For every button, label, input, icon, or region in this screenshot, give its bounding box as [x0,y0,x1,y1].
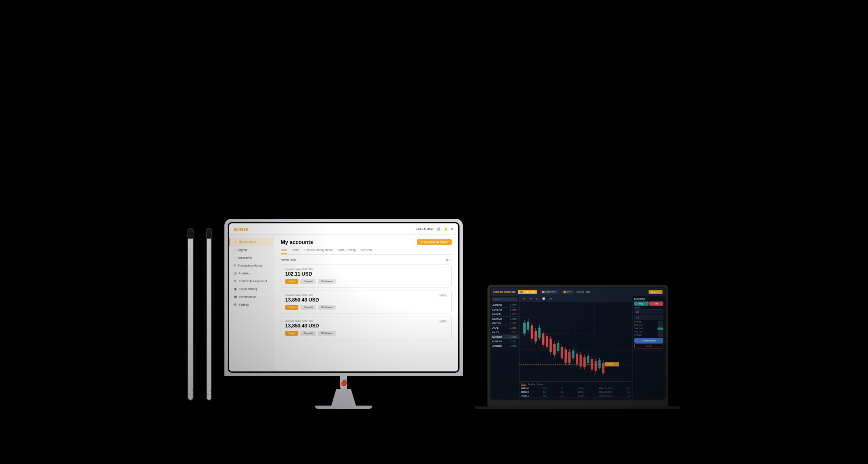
order-date: 30 Nov 00:00:24 [599,391,612,393]
tab-history-orders[interactable]: History [537,383,544,386]
timeframe-4h[interactable]: 4H [528,297,533,300]
trading-terminal: exness Terminal EUR/USD GBP/JPY [491,288,665,399]
logo-text: exness [234,227,248,232]
sidebar-deposit[interactable]: ↓ Deposit [229,246,274,254]
pending-toggle[interactable] [658,321,663,324]
trade-button[interactable]: Trade [285,305,298,310]
open-account-button[interactable]: Open New Account [417,239,452,245]
filter-label[interactable]: Newest first [281,258,296,261]
chart-type-candle[interactable]: 📊 [541,297,546,300]
instrument-aapl[interactable]: AAPL 1.23851 [491,326,519,330]
order-date: 30 Nov 00:00:24 [599,395,612,397]
instrument-eurusd[interactable]: EURUSD 1.23851 [491,335,519,339]
deposit-button[interactable]: Deposit [300,305,316,310]
macbook-foot [475,406,681,409]
inst-bid: 1.23851 [510,309,517,311]
instrument-nzdaud[interactable]: NZDAUD 1.23851 [491,317,519,321]
account-card-1: Account name #3304678 102.11 USD Trade D… [281,264,452,288]
tab-pending-orders[interactable]: Pending [528,383,535,386]
phone1-portfolio: 9:41 ▮▮▮ ▲ ▮ Portfolio 50,751.67 USD ⓘ A… [187,228,194,401]
deviation-toggle[interactable] [658,334,663,337]
trade-eurusd[interactable]: € EUR/USD TP SL Sell 0.01 lot at 1.06553… [207,314,211,329]
trade-xau[interactable]: Au XAU TP SL Sell 0.01 lot at 1.06553 +0… [207,345,211,361]
notification-icon[interactable]: 🔔 [444,227,448,231]
tab-open-orders[interactable]: Open [521,383,526,386]
sidebar-analytics[interactable]: ◎ Analytics [229,269,274,277]
deviation-label: Deviation [634,334,642,337]
deposit-link[interactable]: Deposit [188,288,193,293]
sidebar-transactions[interactable]: ≡ Transaction History [229,262,274,269]
instrument-btcjpy[interactable]: BTCJPY 1.23853 [491,321,519,326]
nav-accounts[interactable]: ⊟ Accounts [207,388,211,396]
strategy-swiss-runners[interactable]: $200.00 USD • 3 Mar SwissRunners Risk 3 … [188,362,193,377]
strategy-digital-money[interactable]: $20.00 USD • 3 Mar Digital money Risk 9 … [188,318,193,340]
sell-tab[interactable]: Sell [649,302,664,306]
sidebar-performance[interactable]: ▦ Performance [229,293,274,301]
phone1-screen: 9:41 ▮▮▮ ▲ ▮ Portfolio 50,751.67 USD ⓘ A… [188,229,193,400]
stop-limit-toggle[interactable] [658,331,663,334]
trade-button[interactable]: Trade [285,279,298,284]
card-balance: 13,850.43 USD [285,297,447,303]
withdraw-button[interactable]: Withdraw [318,305,336,310]
sidebar-label: Transaction History [238,264,263,267]
instrument-usdcal[interactable]: USDCAL 1.23853 [491,312,519,317]
sidebar-label: Portfolio Management [239,280,267,283]
instrument-audnzd[interactable]: AUDNZD 1.23851 [491,344,519,348]
search-input[interactable] [492,297,518,302]
deposit-button[interactable]: Deposit [300,279,316,284]
card-header: Account name #3004678 [285,320,313,322]
imac-stand [331,389,356,406]
tab-demo[interactable]: Demo [292,248,300,254]
account-selector[interactable]: pro trader › MT5 Pro 371535694 [207,253,211,265]
lot-input[interactable] [634,309,663,314]
take-profit-row: Take Profit [634,327,663,330]
stop-loss-toggle[interactable] [658,324,663,327]
accounts-nav-label: Accounts [207,393,211,396]
instrument-audusd[interactable]: AUDUSD 1.23851 [491,303,519,308]
timeframe-1d[interactable]: 1D [535,297,540,300]
tab-social-trading[interactable]: Social Trading [337,248,356,254]
sidebar-my-accounts[interactable]: ○ My accounts [229,238,274,246]
trade-button[interactable]: Trade [285,331,298,336]
sidebar-label: Deposit [238,248,247,251]
confirm-buy-button[interactable]: Confirm Buy [634,338,663,343]
cancel-order-button[interactable]: Cancel [634,343,663,348]
tab-real[interactable]: Real [281,248,287,254]
instrument-eurcad2[interactable]: EURCAD 1.23851 [491,339,519,344]
chart-area: 1H 4H 1D 📊 Ind [519,296,632,399]
filter-row: Newest first ⊞ ≡ [281,258,452,262]
take-profit-toggle[interactable] [658,327,663,330]
strategy-wealthy-life[interactable]: $100.00 USD • 3 Mar Wealthy life Risk 2 … [188,340,193,362]
withdraw-button[interactable]: Withdraw [318,279,336,284]
nav-strategies[interactable]: ◎ Strategies [188,387,193,396]
timeframe-1h[interactable]: 1H [521,297,526,300]
terminal-deposit-btn[interactable]: Deposit [649,290,663,294]
sidebar-social-trading[interactable]: ◉ Social Trading [229,285,274,293]
order-pair: AUDNZD [521,395,529,397]
settings-icon[interactable]: ⚙ [451,227,453,231]
phone2-notch [206,229,212,239]
tab-archived[interactable]: Archived [360,248,372,254]
instrument-uk100[interactable]: UK100 1.23853 [491,330,519,335]
view-toggle[interactable]: ⊞ ≡ [446,258,452,262]
tab-portfolio-mgmt[interactable]: Portfolio Management [304,248,332,254]
withdraw-button[interactable]: Withdraw [318,331,336,336]
sidebar-portfolio[interactable]: ⊞ Portfolio Management [229,277,274,285]
order-form-panel: EUR/USD Buy Sell Lot size [632,296,665,399]
eurusd-tab[interactable]: EUR/USD [518,290,537,294]
inst-name: AUDUSD [492,304,502,306]
gbpjpy-tab[interactable]: GBP/JPY [540,290,558,294]
order-form-title: EUR/USD [634,298,663,300]
phone2-header: Accounts 🔔 [207,238,211,253]
card-actions: Trade Deposit Withdraw [285,305,447,310]
chart-indicators[interactable]: Ind [548,297,553,300]
sidebar-withdrawal[interactable]: ↑ Withdrawal [229,254,274,262]
globe-icon[interactable]: 🌐 [437,227,441,231]
instrument-eurcad[interactable]: EURCAD 1.23851 [491,308,519,312]
sidebar-settings[interactable]: ⚙ Settings [229,301,274,309]
deposit-button[interactable]: Deposit [300,331,316,336]
btc-tab[interactable]: BTC [561,290,574,294]
lot-input2[interactable] [634,315,663,320]
trade-btc[interactable]: ₿ BTC TP SL Sell 0.01 lot at 1.06553 +0.… [207,329,211,345]
buy-tab[interactable]: Buy [634,302,649,306]
